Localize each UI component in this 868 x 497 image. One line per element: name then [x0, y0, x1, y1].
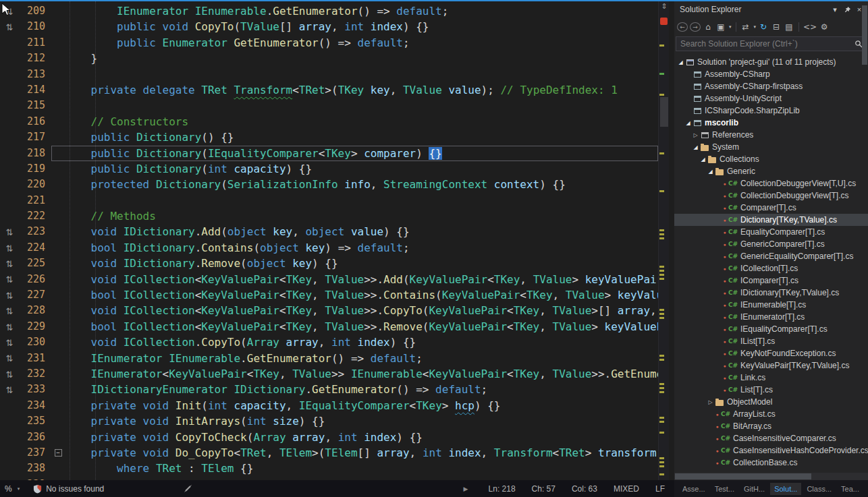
code-line[interactable]: ⇅224 bool IDictionary.Contains(object ke…	[0, 240, 658, 256]
code-line[interactable]: ⇅232 IEnumerator<KeyValuePair<TKey, TVal…	[0, 366, 658, 382]
tool-window-tab[interactable]: Solut...	[770, 483, 801, 495]
tree-item[interactable]: ◢Collections	[674, 153, 868, 165]
tree-item[interactable]: ◢System	[674, 141, 868, 153]
tree-item[interactable]: ◢mscorlib	[674, 117, 868, 129]
reference-arrows-icon[interactable]: ⇅	[6, 338, 13, 348]
reference-arrows-icon[interactable]: ⇅	[6, 259, 13, 269]
show-all-files-icon[interactable]: ▤	[784, 21, 794, 33]
tree-item[interactable]: ●C#ArrayList.cs	[674, 408, 868, 420]
reference-arrows-icon[interactable]: ⇅	[6, 322, 13, 332]
properties-icon[interactable]: ⚙	[819, 21, 830, 33]
tool-window-tab[interactable]: Class...	[803, 483, 836, 495]
code-editor[interactable]: ⇅209 IEnumerator IEnumerable.GetEnumerat…	[0, 1, 669, 480]
code-line[interactable]: ⇅209 IEnumerator IEnumerable.GetEnumerat…	[0, 3, 658, 19]
expander-collapsed-icon[interactable]: ▷	[692, 132, 699, 138]
tree-item[interactable]: ●C#List[T].cs	[674, 384, 868, 396]
tree-item[interactable]: Assembly-UnityScript	[674, 92, 868, 105]
tree-item[interactable]: ●C#CollectionDebuggerView[T].cs	[674, 189, 868, 202]
code-line[interactable]: ⇅229 bool ICollection<KeyValuePair<TKey,…	[0, 319, 658, 334]
collapse-all-icon[interactable]: ⊟	[771, 21, 782, 33]
tree-item[interactable]: ●C#Comparer[T].cs	[674, 202, 868, 214]
scroll-right-arrow-icon[interactable]: ▶	[464, 486, 468, 492]
tree-item[interactable]: ●C#IComparer[T].cs	[674, 274, 868, 287]
chevron-down-icon[interactable]: ▾	[729, 24, 732, 30]
reference-arrows-icon[interactable]: ⇅	[6, 353, 13, 363]
tree-item[interactable]: ●C#IList[T].cs	[674, 335, 868, 347]
tree-item[interactable]: ●C#IEnumerator[T].cs	[674, 311, 868, 323]
fold-collapse-icon[interactable]: −	[55, 449, 62, 457]
tree-item[interactable]: ICSharpCode.SharpZipLib	[674, 105, 868, 117]
zoom-control[interactable]: %	[5, 484, 12, 494]
window-position-icon[interactable]: ▾	[829, 3, 841, 16]
tree-item[interactable]: ●C#CollectionDebuggerView[T,U].cs	[674, 177, 868, 189]
expander-expanded-icon[interactable]: ◢	[692, 144, 699, 150]
tool-window-tab[interactable]: Asse...	[678, 483, 709, 495]
tree-horizontal-scrollbar[interactable]	[674, 473, 868, 480]
tree-item[interactable]: ▷ObjectModel	[674, 396, 868, 408]
editor-vertical-scrollbar[interactable]: ⇕	[658, 1, 669, 480]
forward-icon[interactable]: →	[690, 22, 701, 32]
code-line[interactable]: 218 public Dictionary(IEqualityComparer<…	[0, 146, 658, 161]
code-line[interactable]: ⇅210 public void CopyTo(TValue[] array, …	[0, 19, 658, 34]
code-line[interactable]: ⇅223 void IDictionary.Add(object key, ob…	[0, 224, 658, 239]
code-line[interactable]: 217 public Dictionary() {}	[0, 129, 658, 145]
scrollbar-thumb[interactable]	[660, 97, 668, 127]
code-line[interactable]: 237− private void Do_CopyTo<TRet, TElem>…	[0, 445, 658, 461]
tree-item[interactable]: Assembly-CSharp-firstpass	[674, 80, 868, 92]
splitter-grip-icon[interactable]: ⇕	[659, 2, 669, 11]
tree-item[interactable]: ●C#CaseInsensitiveHashCodeProvider.cs	[674, 444, 868, 457]
tree-item[interactable]: ●C#Link.cs	[674, 372, 868, 384]
code-line[interactable]: ⇅233 IDictionaryEnumerator IDictionary.G…	[0, 382, 658, 397]
pin-icon[interactable]	[841, 3, 853, 16]
error-marker-icon[interactable]	[660, 18, 668, 25]
tree-item[interactable]: ●C#CaseInsensitiveComparer.cs	[674, 432, 868, 444]
code-line[interactable]: ⇅231 IEnumerator IEnumerable.GetEnumerat…	[0, 351, 658, 366]
reference-arrows-icon[interactable]: ⇅	[6, 274, 13, 285]
tree-item[interactable]: ●C#GenericComparer[T].cs	[674, 238, 868, 250]
tree-item[interactable]: Assembly-CSharp	[674, 68, 868, 80]
search-input[interactable]	[676, 39, 851, 49]
tree-item[interactable]: ●C#IEqualityComparer[T].cs	[674, 323, 868, 335]
reference-arrows-icon[interactable]: ⇅	[6, 385, 13, 395]
tree-vertical-scrollbar[interactable]	[862, 5, 867, 65]
tool-window-tab[interactable]: GitH...	[740, 483, 769, 495]
code-line[interactable]: 238 where TRet : TElem {}	[0, 461, 658, 476]
reference-arrows-icon[interactable]: ⇅	[6, 22, 13, 32]
tree-item[interactable]: ●C#IEnumerable[T].cs	[674, 299, 868, 311]
code-line[interactable]: ⇅225 void IDictionary.Remove(object key)…	[0, 256, 658, 271]
code-line[interactable]: ⇅227 bool ICollection<KeyValuePair<TKey,…	[0, 287, 658, 303]
switch-views-icon[interactable]: ▣	[715, 21, 726, 33]
code-line[interactable]: 216 // Constructors	[0, 114, 658, 129]
code-line[interactable]: ⇅228 void ICollection<KeyValuePair<TKey,…	[0, 303, 658, 318]
code-line[interactable]: 220 protected Dictionary(SerializationIn…	[0, 177, 658, 192]
tree-item[interactable]: ●C#GenericEqualityComparer[T].cs	[674, 250, 868, 262]
chevron-down-icon[interactable]: ▾	[754, 24, 757, 30]
chevron-down-icon[interactable]: ▾	[18, 486, 20, 492]
reference-arrows-icon[interactable]: ⇅	[6, 227, 13, 237]
code-line[interactable]: ⇅226 void ICollection<KeyValuePair<TKey,…	[0, 272, 658, 287]
reference-arrows-icon[interactable]: ⇅	[6, 243, 13, 254]
code-line[interactable]: 235 private void InitArrays(int size) {}	[0, 413, 658, 429]
tree-item[interactable]: ●C#BitArray.cs	[674, 420, 868, 432]
code-line[interactable]: 236 private void CopyToCheck(Array array…	[0, 430, 658, 445]
code-line[interactable]: 219 public Dictionary(int capacity) {}	[0, 161, 658, 177]
code-line[interactable]: 211 public Enumerator GetEnumerator() =>…	[0, 35, 658, 51]
code-line[interactable]: 214 private delegate TRet Transform<TRet…	[0, 82, 658, 98]
refresh-icon[interactable]: ↻	[758, 21, 769, 33]
reference-arrows-icon[interactable]: ⇅	[6, 291, 13, 301]
code-line[interactable]: 212 }	[0, 51, 658, 66]
tool-window-tab[interactable]: Tea...	[837, 483, 863, 495]
code-line[interactable]: 213	[0, 67, 658, 82]
expander-expanded-icon[interactable]: ◢	[699, 156, 707, 163]
tool-window-tab[interactable]: Test...	[711, 483, 738, 495]
reference-arrows-icon[interactable]: ⇅	[6, 370, 13, 380]
home-icon[interactable]: ⌂	[703, 21, 713, 33]
expander-collapsed-icon[interactable]: ▷	[707, 399, 714, 405]
expander-expanded-icon[interactable]: ◢	[677, 59, 684, 65]
expander-expanded-icon[interactable]: ◢	[684, 120, 692, 126]
tree-item[interactable]: ●C#IDictionary[TKey,TValue].cs	[674, 287, 868, 299]
code-line[interactable]: 215	[0, 98, 658, 113]
sync-active-document-icon[interactable]: ⇄	[740, 21, 751, 33]
tree-item[interactable]: ●C#ICollection[T].cs	[674, 262, 868, 274]
expander-expanded-icon[interactable]: ◢	[707, 169, 714, 175]
